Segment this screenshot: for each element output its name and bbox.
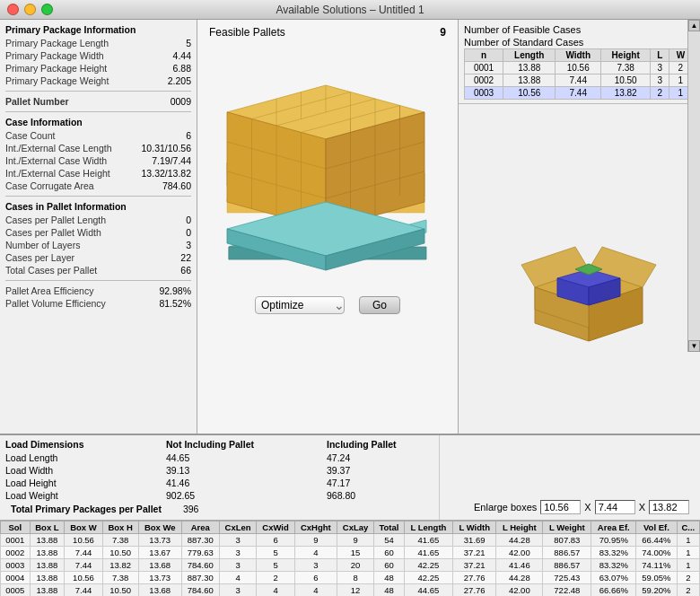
- total-pkg-value: 396: [183, 504, 199, 514]
- col-header: CxWid: [257, 522, 294, 534]
- load-length-label: Load Length: [5, 452, 57, 463]
- lh-inc: 47.17: [327, 477, 433, 489]
- lh-not-inc: 41.46: [166, 477, 273, 489]
- scroll-down-arrow[interactable]: ▼: [688, 340, 700, 352]
- left-panel: Primary Package Information Primary Pack…: [0, 20, 197, 434]
- pallet-number-row: Pallet Number 0009: [5, 95, 191, 108]
- enlarge-y-input[interactable]: [595, 500, 635, 514]
- lw-not-inc: 39.13: [166, 464, 273, 477]
- enlarge-panel: Enlarge boxes X X: [440, 435, 700, 520]
- col-header: Box We: [138, 522, 181, 534]
- load-not-inc-col: Not Including Pallet 44.65 39.13 41.46 9…: [166, 439, 273, 502]
- close-button[interactable]: [7, 4, 19, 15]
- table-row[interactable]: 000113.8810.567.3813.73887.3036995441.65…: [1, 534, 700, 547]
- table-row[interactable]: 000313.887.4413.8213.68784.60353206042.2…: [1, 559, 700, 572]
- vol-eff-label: Pallet Volume Efficiency: [5, 298, 106, 309]
- lwt-i-val: 968.80: [327, 490, 355, 501]
- load-length-label-row: Load Length: [5, 451, 112, 464]
- load-inc-col: Including Pallet 47.24 39.37 47.17 968.8…: [327, 439, 433, 502]
- pallet-number-value: 0009: [171, 96, 191, 107]
- total-cases-value: 66: [180, 265, 191, 276]
- feasible-pallets-label: Feasible Pallets: [209, 26, 285, 39]
- inc-title: Including Pallet: [327, 439, 433, 450]
- window-title: Available Solutions – Untitled 1: [276, 4, 424, 16]
- case-length-label: Int./External Case Length: [5, 143, 112, 153]
- load-cols: Load Dimensions Load Length Load Width L…: [5, 439, 433, 502]
- pkg-length-label: Primary Package Length: [5, 38, 109, 48]
- lwt-ni-val: 902.65: [166, 490, 195, 501]
- window-controls[interactable]: [7, 4, 53, 15]
- table-row[interactable]: 000513.887.4410.5013.68784.60344124844.6…: [1, 584, 700, 597]
- load-weight-label: Load Weight: [5, 490, 58, 501]
- col-l: L: [651, 49, 669, 62]
- pkg-weight-label: Primary Package Weight: [5, 75, 109, 86]
- box-3d-container: [459, 104, 700, 434]
- nol-value: 3: [186, 240, 191, 250]
- title-bar: Available Solutions – Untitled 1: [0, 0, 700, 20]
- table-row[interactable]: 000213.887.4410.5013.67779.63354156041.6…: [1, 547, 700, 559]
- lwt-inc: 968.80: [327, 489, 433, 502]
- enlarge-z-input[interactable]: [649, 500, 689, 514]
- col-header: L Height: [496, 522, 543, 534]
- col-header: Box H: [102, 522, 138, 534]
- not-inc-title: Not Including Pallet: [166, 439, 273, 450]
- cpl-value: 0: [186, 215, 191, 225]
- cpw-row: Cases per Pallet Width 0: [5, 226, 191, 239]
- area-eff-value: 92.98%: [159, 285, 191, 296]
- cpl-label: Cases per Pallet Length: [5, 215, 106, 225]
- pkg-width-value: 4.44: [173, 50, 191, 61]
- case-count-value: 6: [186, 130, 191, 141]
- case-height-label: Int./External Case Height: [5, 168, 110, 179]
- table-row[interactable]: 000413.8810.567.3813.73887.3042684842.25…: [1, 572, 700, 584]
- data-table: SolBox LBox WBox HBox WeAreaCxLenCxWidCx…: [0, 521, 700, 596]
- vol-eff-row: Pallet Volume Efficiency 81.52%: [5, 297, 191, 310]
- load-and-enlarge-row: Load Dimensions Load Length Load Width L…: [0, 435, 700, 520]
- pkg-length-value: 5: [186, 38, 191, 48]
- col-header: Area Ef.: [591, 522, 636, 534]
- load-width-label: Load Width: [5, 465, 53, 476]
- case-width-label: Int./External Case Width: [5, 155, 107, 166]
- right-scrollbar[interactable]: ▲ ▼: [687, 20, 700, 352]
- open-box-svg: [490, 180, 687, 359]
- enlarge-row: Enlarge boxes X X: [445, 498, 695, 516]
- col-header: Area: [181, 522, 219, 534]
- x-separator-1: X: [584, 502, 591, 513]
- pkg-width-row: Primary Package Width 4.44: [5, 49, 191, 62]
- minimize-button[interactable]: [24, 4, 36, 15]
- case-length-value: 10.31/10.56: [142, 143, 191, 153]
- enlarge-label: Enlarge boxes: [474, 502, 537, 513]
- cplay-row: Cases per Layer 22: [5, 251, 191, 264]
- scroll-up-arrow[interactable]: ▲: [688, 20, 700, 31]
- case-width-value: 7.19/7.44: [152, 155, 191, 166]
- cplay-value: 22: [180, 252, 191, 263]
- pkg-weight-row: Primary Package Weight 2.205: [5, 74, 191, 87]
- case-length-row: Int./External Case Length 10.31/10.56: [5, 142, 191, 154]
- load-height-label-row: Load Height: [5, 477, 112, 489]
- feasible-cases-row: Number of Feasible Cases 3: [464, 23, 700, 36]
- pkg-height-value: 6.88: [173, 63, 191, 74]
- lwt-not-inc: 902.65: [166, 489, 273, 502]
- enlarge-x-input[interactable]: [540, 500, 581, 514]
- col-header: Vol Ef.: [636, 522, 677, 534]
- ll-i-val: 47.24: [327, 452, 350, 463]
- pkg-height-row: Primary Package Height 6.88: [5, 62, 191, 74]
- bottom-section: Load Dimensions Load Length Load Width L…: [0, 434, 700, 596]
- feasible-cases-section: Number of Feasible Cases 3 Number of Sta…: [459, 20, 700, 104]
- col-header: CxLay: [337, 522, 373, 534]
- col-header: Total: [374, 522, 405, 534]
- vol-eff-value: 81.52%: [159, 298, 191, 309]
- lw-i-val: 39.37: [327, 465, 350, 476]
- standard-cases-row: Number of Standard Cases N/A: [464, 36, 700, 48]
- ll-ni-val: 44.65: [166, 452, 189, 463]
- col-header: CxLen: [219, 522, 257, 534]
- cases-pallet-title: Cases in Pallet Information: [5, 201, 191, 212]
- feasible-pallets-value: 9: [440, 26, 446, 39]
- case-count-row: Case Count 6: [5, 129, 191, 142]
- cpl-row: Cases per Pallet Length 0: [5, 214, 191, 226]
- case-area-label: Case Corrugate Area: [5, 180, 94, 191]
- col-header: L Length: [404, 522, 452, 534]
- col-length: Length: [503, 49, 556, 62]
- feasible-cases-label: Number of Feasible Cases: [464, 24, 581, 35]
- maximize-button[interactable]: [41, 4, 53, 15]
- case-area-row: Case Corrugate Area 784.60: [5, 180, 191, 192]
